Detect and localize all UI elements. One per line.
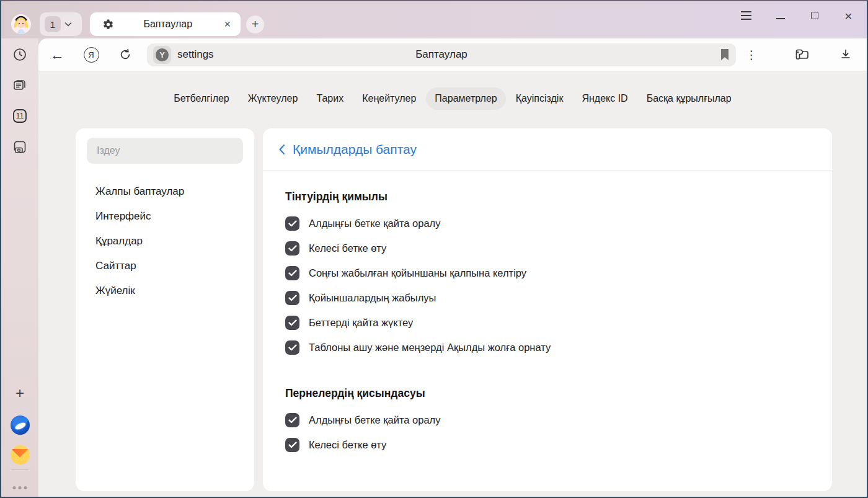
tab-settings[interactable]: Баптаулар × [90, 12, 241, 36]
checkbox-checked-icon[interactable] [285, 241, 299, 256]
nav-tab-settings[interactable]: Параметрлер [426, 87, 505, 110]
settings-sidebar-panel: Жалпы баптаулар Интерфейс Құралдар Сайтт… [76, 128, 254, 491]
gestures-settings-body: Тінтуірдің қимылы Алдыңғы бетке қайта ор… [263, 171, 832, 457]
checkbox-label: Таблоны ашу және меңзерді Ақылды жолға о… [309, 342, 551, 353]
tab-group-counter[interactable]: 1 [40, 12, 82, 36]
site-favicon: Y [153, 46, 171, 64]
url-text: settings [177, 48, 214, 61]
checkbox-checked-icon[interactable] [285, 340, 299, 355]
checkbox-checked-icon[interactable] [285, 291, 299, 305]
checkbox-row[interactable]: Қойыншалардың жабылуы [285, 285, 808, 310]
yandex-browser-icon [11, 416, 30, 435]
gestures-back-header[interactable]: Қимылдарды баптау [263, 128, 832, 171]
yandex-mail-shortcut[interactable] [9, 443, 31, 466]
rail-more-button[interactable] [13, 486, 27, 489]
side-rail: 11 + [1, 38, 38, 497]
nav-tab-history[interactable]: Тарих [308, 87, 352, 110]
gestures-settings-panel: Қимылдарды баптау Тінтуірдің қимылы Алды… [263, 128, 832, 491]
downloads-button[interactable] [833, 42, 858, 67]
checkbox-checked-icon[interactable] [285, 266, 299, 280]
svg-text:11: 11 [16, 112, 24, 120]
sidebar-item-tools[interactable]: Құралдар [87, 229, 243, 254]
new-tab-button[interactable]: + [246, 16, 264, 33]
checkbox-row[interactable]: Алдыңғы бетке қайта оралу [285, 211, 808, 236]
search-input[interactable] [87, 138, 243, 164]
checkbox-row[interactable]: Таблоны ашу және меңзерді Ақылды жолға о… [285, 335, 808, 360]
profile-avatar[interactable] [11, 14, 31, 34]
tab-title: Баптаулар [114, 19, 221, 30]
nav-tab-yandex-id[interactable]: Яндекс ID [573, 87, 636, 110]
checkbox-row[interactable]: Келесі бетке өту [285, 432, 808, 457]
yandex-mail-icon [11, 445, 30, 465]
nav-tab-extensions[interactable]: Кеңейтулер [353, 87, 425, 110]
gear-icon [102, 19, 114, 30]
window-controls: × [729, 1, 866, 30]
checkbox-row[interactable]: Соңғы жабылған қойыншаны қалпына келтіру [285, 260, 808, 285]
download-icon [839, 48, 852, 61]
sidebar-item-system[interactable]: Жүйелік [87, 278, 243, 303]
keychain-icon [794, 47, 810, 62]
checkbox-row[interactable]: Алдыңғы бетке қайта оралу [285, 407, 808, 432]
clock-icon [12, 47, 27, 62]
browser-menu-button[interactable] [729, 1, 763, 30]
feed-button[interactable] [9, 74, 31, 96]
password-manager-button[interactable] [789, 42, 814, 67]
page-title: Қимылдарды баптау [293, 142, 417, 157]
bookmark-icon [720, 48, 730, 61]
rail-add-button[interactable]: + [9, 382, 31, 404]
checkbox-checked-icon[interactable] [285, 438, 299, 452]
back-button[interactable]: ← [45, 42, 69, 67]
checkbox-label: Беттерді қайта жүктеу [309, 317, 413, 329]
yandex-browser-shortcut[interactable] [9, 414, 31, 436]
bookmark-button[interactable] [720, 48, 730, 61]
chevron-left-icon [273, 141, 290, 158]
tabs-panel-button[interactable]: 11 [9, 105, 31, 127]
checkbox-label: Соңғы жабылған қойыншаны қалпына келтіру [309, 267, 526, 279]
settings-nav-tabs: Бетбелгілер Жүктеулер Тарих Кеңейтулер П… [38, 87, 867, 110]
settings-menu: Жалпы баптаулар Интерфейс Құралдар Сайтт… [87, 179, 243, 303]
sidebar-item-sites[interactable]: Сайттар [87, 254, 243, 278]
sidebar-item-interface[interactable]: Интерфейс [87, 204, 243, 229]
checkbox-label: Келесі бетке өту [309, 242, 386, 254]
yandex-home-button[interactable]: Я [79, 42, 104, 67]
nav-tab-downloads[interactable]: Жүктеулер [239, 87, 307, 110]
checkbox-label: Алдыңғы бетке қайта оралу [309, 218, 440, 229]
tabs-count-badge: 11 [12, 108, 28, 124]
settings-page: Бетбелгілер Жүктеулер Тарих Кеңейтулер П… [38, 71, 867, 497]
checkbox-label: Алдыңғы бетке қайта оралу [309, 414, 440, 426]
screenshot-button[interactable] [9, 136, 31, 158]
checkbox-label: Қойыншалардың жабылуы [309, 292, 436, 304]
minimize-button[interactable] [763, 1, 797, 30]
close-window-button[interactable]: × [831, 1, 866, 30]
nav-tab-bookmarks[interactable]: Бетбелгілер [165, 87, 237, 110]
avatar-icon [11, 14, 31, 34]
nav-tab-other-devices[interactable]: Басқа құрылғылар [638, 87, 740, 110]
rail-divider [11, 469, 29, 470]
section-title-keys: Пернелердің қисындасуы [285, 387, 808, 400]
toolbar: ← Я Y settings Баптаулар [38, 38, 867, 71]
address-more-button[interactable]: ⋮ [743, 42, 760, 67]
nav-tab-security[interactable]: Қауіпсіздік [507, 87, 572, 110]
checkbox-row[interactable]: Беттерді қайта жүктеу [285, 310, 808, 335]
checkbox-row[interactable]: Келесі бетке өту [285, 236, 808, 260]
yandex-logo-icon: Я [84, 47, 99, 63]
checkbox-label: Келесі бетке өту [309, 439, 386, 451]
feed-icon [12, 78, 28, 92]
maximize-button[interactable] [797, 1, 831, 30]
chevron-down-icon [64, 22, 72, 27]
toolbar-row: ← Я Y settings Баптаулар [38, 38, 867, 71]
address-page-title: Баптаулар [147, 48, 736, 61]
checkbox-checked-icon[interactable] [285, 316, 299, 330]
mouse-gestures-section: Тінтуірдің қимылы Алдыңғы бетке қайта ор… [285, 190, 808, 360]
history-button[interactable] [9, 43, 31, 66]
address-bar[interactable]: Y settings Баптаулар [147, 43, 736, 66]
sidebar-item-general[interactable]: Жалпы баптаулар [87, 179, 243, 204]
tab-bar: 1 Баптаулар × + × [1, 1, 867, 38]
key-combo-section: Пернелердің қисындасуы Алдыңғы бетке қай… [285, 387, 808, 457]
tab-close-icon[interactable]: × [221, 18, 233, 31]
section-title-mouse: Тінтуірдің қимылы [285, 190, 808, 203]
checkbox-checked-icon[interactable] [285, 413, 299, 427]
minimize-icon [776, 18, 785, 19]
refresh-button[interactable] [113, 42, 138, 67]
checkbox-checked-icon[interactable] [285, 216, 299, 231]
